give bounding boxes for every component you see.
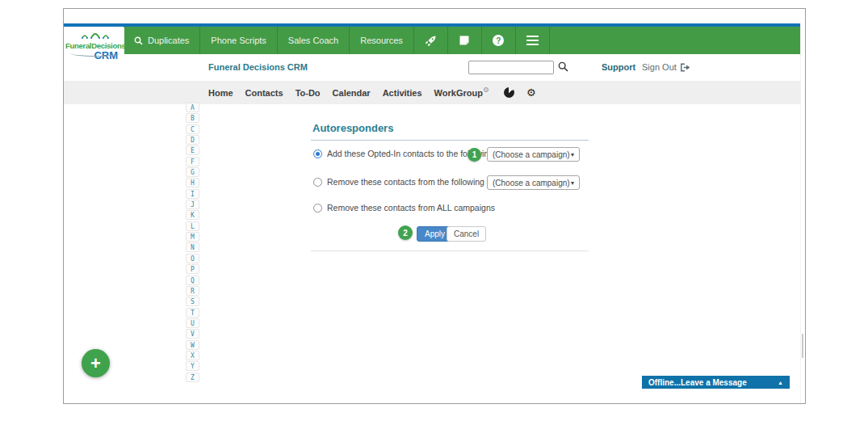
- alphabet-letter-f[interactable]: F: [186, 157, 199, 166]
- alphabet-letter-o[interactable]: O: [186, 254, 199, 263]
- secondary-menu: Home Contacts To-Do Calendar Activities …: [64, 81, 802, 104]
- panel-bottom-divider: [311, 250, 589, 251]
- alphabet-letter-r[interactable]: R: [186, 286, 199, 296]
- add-contact-fab[interactable]: +: [82, 349, 110, 377]
- alphabet-letter-t[interactable]: T: [186, 308, 199, 318]
- workgroup-badge-icon: [484, 87, 489, 92]
- alphabet-letter-v[interactable]: V: [186, 329, 199, 339]
- note-nav-button[interactable]: [448, 27, 482, 54]
- option-remove-from-all[interactable]: Remove these contacts from ALL campaigns: [313, 203, 495, 213]
- alphabet-letter-k[interactable]: K: [186, 210, 199, 220]
- alphabet-letter-q[interactable]: Q: [186, 276, 199, 285]
- sign-out-label: Sign Out: [642, 62, 677, 72]
- chat-bar-label: Offline...Leave a Message: [648, 378, 747, 387]
- panel-title: Autoresponders: [312, 122, 393, 134]
- step-2-badge: 2: [398, 225, 413, 240]
- pie-chart-icon-button[interactable]: [504, 87, 514, 98]
- alphabet-letter-y[interactable]: Y: [186, 361, 199, 371]
- primary-nav: Duplicates Phone Scripts Sales Coach Res…: [124, 27, 802, 54]
- campaign-dropdown-add[interactable]: (Choose a campaign) ▾: [487, 147, 580, 162]
- step-1-badge: 1: [468, 148, 481, 162]
- logo-swoosh: [70, 50, 120, 57]
- alphabet-letter-b[interactable]: B: [186, 113, 199, 123]
- menu-item-home[interactable]: Home: [208, 88, 233, 98]
- nav-item-sales-coach[interactable]: Sales Coach: [278, 27, 350, 54]
- alphabet-letter-n[interactable]: N: [186, 242, 199, 252]
- alphabet-letter-z[interactable]: Z: [186, 373, 199, 382]
- app-title: Funeral Decisions CRM: [208, 62, 308, 72]
- search-icon: [558, 61, 568, 72]
- sign-out-link[interactable]: Sign Out: [642, 62, 690, 72]
- gear-icon-button[interactable]: ⚙: [526, 87, 536, 98]
- radio-remove-from-all[interactable]: [313, 204, 322, 213]
- alphabet-letter-e[interactable]: E: [186, 145, 199, 155]
- alphabet-letter-x[interactable]: X: [186, 351, 199, 360]
- alphabet-letter-h[interactable]: H: [186, 178, 199, 187]
- alphabet-letter-m[interactable]: M: [186, 232, 199, 242]
- scrollbar-thumb[interactable]: [802, 334, 803, 358]
- alphabet-index: ABCDEFGHIJKLMNOPQRSTUVWXYZ: [186, 103, 199, 382]
- toolbar: Funeral Decisions CRM Support Sign Out: [64, 54, 802, 81]
- menu-item-calendar[interactable]: Calendar: [333, 88, 371, 98]
- alphabet-letter-i[interactable]: I: [186, 189, 199, 199]
- app-logo[interactable]: FuneralDecisions CRM: [65, 27, 124, 66]
- search-icon: [134, 36, 143, 45]
- nav-label: Duplicates: [148, 36, 189, 45]
- option-label[interactable]: Remove these contacts from ALL campaigns: [327, 203, 495, 213]
- global-search-input[interactable]: [468, 61, 554, 74]
- hamburger-icon: [526, 36, 539, 45]
- cancel-button[interactable]: Cancel: [447, 226, 486, 242]
- alphabet-letter-u[interactable]: U: [186, 318, 199, 328]
- sign-out-icon: [680, 63, 690, 72]
- rocket-icon: [425, 35, 437, 47]
- nav-label: Resources: [360, 36, 403, 45]
- autoresponders-panel: Autoresponders Add these Opted-In contac…: [311, 122, 589, 259]
- nav-label: Sales Coach: [288, 36, 338, 45]
- workgroup-label: WorkGroup: [434, 88, 483, 98]
- logo-arch-icon: [81, 30, 110, 39]
- alphabet-letter-l[interactable]: L: [186, 221, 199, 231]
- alphabet-letter-s[interactable]: S: [186, 297, 199, 306]
- help-icon: ?: [493, 35, 504, 46]
- radio-add-to-campaign[interactable]: [313, 149, 322, 158]
- alphabet-letter-a[interactable]: A: [186, 103, 199, 112]
- nav-item-duplicates[interactable]: Duplicates: [124, 27, 200, 54]
- menu-item-activities[interactable]: Activities: [383, 88, 422, 98]
- dropdown-value: (Choose a campaign): [493, 150, 570, 159]
- dropdown-value: (Choose a campaign): [493, 179, 570, 187]
- nav-label: Phone Scripts: [211, 36, 266, 45]
- alphabet-letter-d[interactable]: D: [186, 135, 199, 145]
- help-nav-button[interactable]: ?: [482, 27, 516, 54]
- offline-chat-bar[interactable]: Offline...Leave a Message ▲: [642, 376, 790, 389]
- note-icon: [459, 35, 470, 46]
- plus-icon: +: [90, 353, 101, 374]
- alphabet-letter-c[interactable]: C: [186, 124, 199, 134]
- menu-item-workgroup[interactable]: WorkGroup: [434, 87, 489, 98]
- radio-remove-from-campaign[interactable]: [313, 178, 322, 187]
- alphabet-letter-w[interactable]: W: [186, 340, 199, 350]
- panel-divider: [311, 140, 589, 141]
- app-window: FuneralDecisions CRM Duplicates Phone Sc…: [63, 8, 806, 404]
- nav-item-phone-scripts[interactable]: Phone Scripts: [200, 27, 277, 54]
- alphabet-letter-g[interactable]: G: [186, 167, 199, 177]
- chevron-down-icon: ▾: [571, 151, 574, 158]
- search-submit-button[interactable]: [558, 61, 568, 75]
- menu-item-contacts[interactable]: Contacts: [245, 88, 283, 98]
- chevron-up-icon: ▲: [778, 380, 783, 385]
- menu-item-todo[interactable]: To-Do: [296, 88, 321, 98]
- campaign-dropdown-remove[interactable]: (Choose a campaign) ▾: [487, 175, 580, 190]
- support-link[interactable]: Support: [602, 62, 635, 72]
- menu-nav-button[interactable]: [516, 27, 550, 54]
- nav-item-resources[interactable]: Resources: [350, 27, 414, 54]
- chevron-down-icon: ▾: [571, 179, 574, 187]
- alphabet-letter-j[interactable]: J: [186, 200, 199, 209]
- alphabet-letter-p[interactable]: P: [186, 264, 199, 274]
- rocket-nav-button[interactable]: [414, 27, 448, 54]
